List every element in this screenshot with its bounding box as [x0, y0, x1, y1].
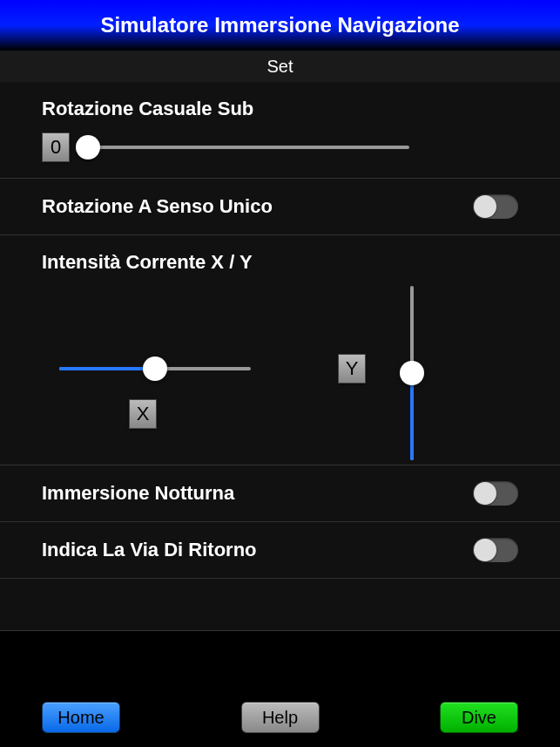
settings-content: Rotazione Casuale Sub 0 Rotazione A Sens… [0, 82, 560, 631]
one-way-label: Rotazione A Senso Unico [42, 195, 273, 218]
rotation-label: Rotazione Casuale Sub [42, 98, 518, 120]
night-dive-section: Immersione Notturna [0, 465, 560, 522]
empty-section [0, 579, 560, 631]
home-button[interactable]: Home [42, 702, 120, 733]
way-back-toggle[interactable] [473, 538, 518, 562]
way-back-section: Indica La Via Di Ritorno [0, 522, 560, 579]
toggle-knob [474, 482, 496, 505]
intensity-x-slider[interactable] [59, 356, 251, 382]
one-way-toggle[interactable] [473, 194, 518, 219]
title-bar: Simulatore Immersione Navigazione [0, 0, 560, 51]
app-title: Simulatore Immersione Navigazione [100, 13, 459, 37]
rotation-section: Rotazione Casuale Sub 0 [0, 82, 560, 179]
intensity-label: Intensità Corrente X / Y [42, 251, 518, 274]
toggle-knob [474, 539, 496, 561]
intensity-y-slider[interactable] [399, 286, 425, 460]
rotation-value-box: 0 [42, 132, 70, 162]
way-back-label: Indica La Via Di Ritorno [42, 539, 257, 561]
intensity-section: Intensità Corrente X / Y X Y [0, 235, 560, 465]
night-dive-toggle[interactable] [473, 481, 518, 506]
subtitle-bar: Set [0, 51, 560, 82]
intensity-x-fill [59, 367, 155, 370]
rotation-slider-thumb[interactable] [76, 135, 100, 160]
one-way-section: Rotazione A Senso Unico [0, 179, 560, 235]
intensity-x-thumb[interactable] [143, 357, 167, 381]
intensity-y-label-box: Y [338, 354, 366, 384]
intensity-y-fill [410, 373, 414, 460]
night-dive-label: Immersione Notturna [42, 482, 234, 505]
subtitle-text: Set [267, 57, 293, 77]
dive-button[interactable]: Dive [440, 702, 518, 733]
rotation-slider[interactable] [78, 134, 409, 160]
help-button[interactable]: Help [241, 702, 320, 733]
toggle-knob [474, 195, 496, 218]
intensity-x-label-box: X [129, 399, 157, 429]
intensity-y-thumb[interactable] [400, 361, 424, 385]
rotation-slider-row: 0 [42, 132, 518, 162]
bottom-bar: Home Help Dive [0, 688, 560, 747]
